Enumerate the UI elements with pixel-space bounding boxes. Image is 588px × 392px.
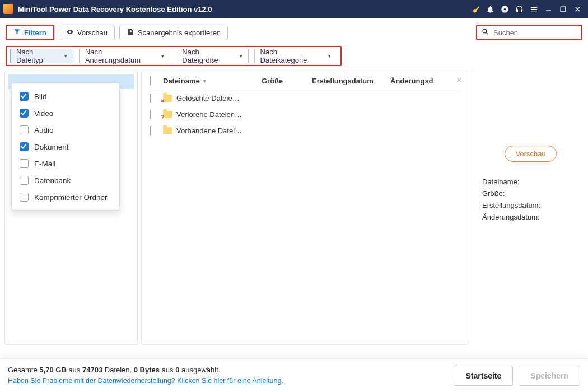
col-size[interactable]: Größe bbox=[262, 77, 312, 85]
filetype-option[interactable]: Audio bbox=[12, 122, 119, 138]
row-name: Vorhandene Datei… bbox=[176, 127, 242, 135]
summary-text: Gesamte 5,70 GB aus 74703 Dateien. 0 Byt… bbox=[8, 365, 283, 386]
home-button[interactable]: Startseite bbox=[454, 366, 513, 386]
col-created[interactable]: Erstellungsdatum bbox=[312, 77, 390, 85]
results-pane: × Dateiname ▼ Größe Erstellungsdatum Änd… bbox=[141, 71, 468, 345]
svg-rect-0 bbox=[546, 10, 551, 11]
preview-name-label: Dateiname: bbox=[482, 178, 579, 186]
minimize-icon[interactable] bbox=[541, 5, 556, 13]
filter-by-date[interactable]: Nach Änderungsdatum▾ bbox=[79, 49, 170, 63]
preview-label: Vorschau bbox=[77, 29, 108, 37]
row-checkbox[interactable] bbox=[150, 110, 151, 119]
preview-created-label: Erstellungsdatum: bbox=[482, 201, 579, 209]
bottom-bar: Gesamte 5,70 GB aus 74703 Dateien. 0 Byt… bbox=[0, 358, 588, 392]
folder-icon bbox=[163, 127, 172, 134]
filetype-option[interactable]: Datenbank bbox=[12, 172, 119, 189]
result-row[interactable]: Vorhandene Datei… bbox=[150, 123, 460, 139]
folder-icon bbox=[163, 95, 172, 102]
search-icon bbox=[482, 28, 489, 37]
option-label: Bild bbox=[34, 92, 47, 101]
row-name: Verlorene Dateien… bbox=[176, 110, 242, 119]
chevron-down-icon: ▾ bbox=[328, 53, 331, 59]
help-link[interactable]: Haben Sie Probleme mit der Datenwiederhe… bbox=[8, 377, 283, 385]
folder-icon bbox=[163, 111, 172, 118]
close-icon[interactable]: × bbox=[456, 74, 462, 86]
menu-icon[interactable] bbox=[526, 5, 541, 13]
close-icon[interactable] bbox=[570, 5, 585, 13]
search-input-wrap[interactable] bbox=[476, 25, 582, 40]
preview-panel-button[interactable]: Vorschau bbox=[505, 146, 556, 162]
chevron-down-icon: ▾ bbox=[161, 53, 164, 59]
filetype-dropdown: BildVideoAudioDokumentE-MailDatenbankKom… bbox=[11, 83, 120, 211]
col-filename[interactable]: Dateiname ▼ bbox=[163, 77, 262, 85]
filter-button[interactable]: Filtern bbox=[6, 25, 54, 40]
row-name: Gelöschte Dateie… bbox=[176, 94, 240, 102]
option-label: Dokument bbox=[34, 143, 69, 151]
search-input[interactable] bbox=[492, 28, 577, 38]
option-label: Komprimierter Ordner bbox=[34, 193, 108, 202]
maximize-icon[interactable] bbox=[556, 5, 570, 13]
filetype-option[interactable]: Video bbox=[12, 105, 119, 122]
option-label: Audio bbox=[34, 126, 54, 134]
select-all-checkbox[interactable] bbox=[150, 76, 151, 86]
funnel-icon bbox=[13, 28, 21, 37]
preview-size-label: Größe: bbox=[482, 189, 579, 198]
disc-icon[interactable] bbox=[497, 5, 512, 13]
key-icon[interactable] bbox=[468, 5, 483, 13]
app-icon bbox=[3, 4, 13, 14]
result-row[interactable]: Gelöschte Dateie… bbox=[150, 90, 460, 106]
filter-by-category[interactable]: Nach Dateikategorie▾ bbox=[254, 49, 337, 63]
preview-panel: Vorschau Dateiname: Größe: Erstellungsda… bbox=[472, 71, 584, 345]
export-label: Scanergebnis exportieren bbox=[138, 29, 221, 37]
filters-row: Nach Dateityp▾ Nach Änderungsdatum▾ Nach… bbox=[6, 46, 342, 66]
preview-button[interactable]: Vorschau bbox=[59, 25, 115, 40]
filetype-option[interactable]: E-Mail bbox=[12, 155, 119, 172]
filter-by-size[interactable]: Nach Dateigröße▾ bbox=[176, 49, 248, 63]
option-label: E-Mail bbox=[34, 160, 55, 168]
chevron-down-icon: ▾ bbox=[240, 53, 242, 59]
filetype-option[interactable]: Dokument bbox=[12, 138, 119, 155]
result-row[interactable]: Verlorene Dateien… bbox=[150, 106, 460, 123]
title-bar: MiniTool Power Data Recovery Kostenlose … bbox=[0, 0, 588, 18]
svg-point-2 bbox=[483, 29, 487, 33]
filter-label: Filtern bbox=[24, 29, 46, 37]
save-button[interactable]: Speichern bbox=[519, 366, 580, 386]
eye-icon bbox=[66, 28, 74, 38]
headset-icon[interactable] bbox=[512, 5, 526, 13]
checkbox[interactable] bbox=[20, 109, 29, 118]
checkbox[interactable] bbox=[20, 92, 29, 101]
svg-rect-1 bbox=[561, 7, 566, 12]
checkbox[interactable] bbox=[20, 193, 29, 202]
checkbox[interactable] bbox=[20, 159, 29, 168]
column-headers: Dateiname ▼ Größe Erstellungsdatum Änder… bbox=[150, 77, 460, 90]
row-checkbox[interactable] bbox=[150, 126, 151, 136]
export-icon bbox=[127, 28, 134, 38]
checkbox[interactable] bbox=[20, 125, 29, 134]
chevron-down-icon: ▾ bbox=[64, 53, 67, 59]
export-button[interactable]: Scanergebnis exportieren bbox=[119, 25, 228, 40]
option-label: Datenbank bbox=[34, 176, 71, 185]
option-label: Video bbox=[34, 109, 53, 118]
checkbox[interactable] bbox=[20, 176, 29, 185]
checkbox[interactable] bbox=[20, 142, 29, 151]
sort-caret-icon: ▼ bbox=[202, 78, 207, 84]
window-title: MiniTool Power Data Recovery Kostenlose … bbox=[18, 5, 212, 13]
row-checkbox[interactable] bbox=[150, 94, 151, 103]
filter-by-type[interactable]: Nach Dateityp▾ bbox=[10, 49, 73, 63]
filetype-option[interactable]: Bild bbox=[12, 88, 119, 105]
col-modified[interactable]: Änderungsd bbox=[390, 77, 460, 85]
bell-icon[interactable] bbox=[483, 5, 497, 13]
filetype-option[interactable]: Komprimierter Ordner bbox=[12, 189, 119, 206]
preview-modified-label: Änderungsdatum: bbox=[482, 213, 579, 221]
toolbar: Filtern Vorschau Scanergebnis exportiere… bbox=[4, 22, 584, 46]
